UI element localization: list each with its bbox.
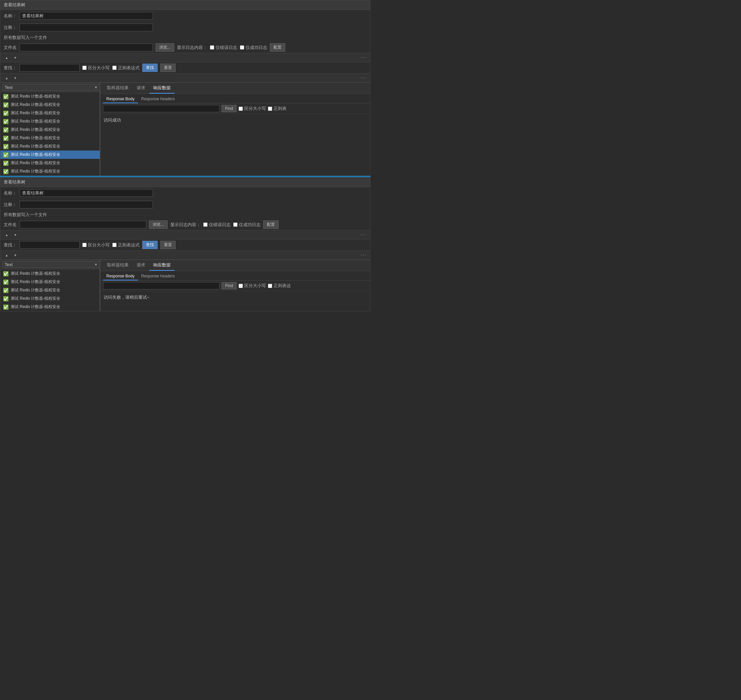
list-item[interactable]: ✅ 测试 Redis 计数器-线程安全 bbox=[0, 109, 100, 117]
tab-sampler-result[interactable]: 取样器结果 bbox=[103, 83, 133, 94]
bottom-tab-response-data[interactable]: 响应数据 bbox=[149, 260, 175, 271]
top-browse-button[interactable]: 浏览... bbox=[156, 43, 174, 51]
bottom-comment-input[interactable] bbox=[20, 201, 153, 209]
top-collapse-btn1[interactable]: ▲ bbox=[4, 55, 10, 60]
success-icon: ✅ bbox=[3, 144, 9, 149]
list-item[interactable]: ✅ 测试 Redis 计数器-线程安全 bbox=[0, 294, 100, 303]
bottom-reset-button[interactable]: 重置 bbox=[160, 241, 175, 249]
top-name-input[interactable] bbox=[20, 12, 153, 20]
top-main-tabs: 取样器结果 请求 响应数据 bbox=[100, 83, 370, 94]
top-find-case-label[interactable]: 区分大小写 bbox=[239, 106, 266, 112]
top-left-toolbar: Text XML HTML JSON ▼ bbox=[0, 83, 100, 92]
bottom-find-input[interactable] bbox=[103, 282, 220, 290]
top-expand-btn1[interactable]: ▼ bbox=[12, 55, 18, 60]
top-text-dropdown[interactable]: Text XML HTML JSON bbox=[2, 84, 100, 91]
top-response-text: 访问成功 bbox=[104, 118, 121, 122]
bottom-collapse-btn2[interactable]: ▲ bbox=[4, 253, 10, 258]
list-item[interactable]: ✅ 测试 Redis 计数器-线程安全 bbox=[0, 303, 100, 311]
bottom-tab-request[interactable]: 请求 bbox=[133, 260, 149, 271]
list-item[interactable]: ✅ 测试 Redis 计数器-线程安全 bbox=[0, 142, 100, 150]
list-item[interactable]: ✅ 测试 Redis 计数器-线程安全 bbox=[0, 134, 100, 142]
top-case-sensitive-checkbox[interactable] bbox=[82, 66, 87, 70]
top-log-display-label: 显示日志内容： bbox=[177, 45, 207, 51]
list-item[interactable]: ✅ 测试 Redis 计数器-线程安全 bbox=[0, 92, 100, 101]
top-regex-label[interactable]: 正则表达式 bbox=[112, 65, 140, 71]
top-find-button[interactable]: 查找 bbox=[142, 63, 158, 72]
list-item[interactable]: ✅ 测试 Redis 计数器-线程安全 bbox=[0, 117, 100, 125]
top-find-regex-label[interactable]: 正则表 bbox=[268, 106, 287, 112]
top-regex-checkbox[interactable] bbox=[112, 66, 116, 70]
top-find-inner-button[interactable]: Find bbox=[222, 105, 237, 112]
top-only-error-label[interactable]: 仅错误日志 bbox=[210, 45, 237, 51]
top-text-dropdown-wrap: Text XML HTML JSON ▼ bbox=[2, 84, 98, 91]
bottom-find-inner-button[interactable]: Find bbox=[222, 282, 237, 290]
top-find-row: Find 区分大小写 正则表 bbox=[100, 104, 370, 114]
bottom-browse-button[interactable]: 浏览... bbox=[149, 221, 168, 229]
bottom-find-case-label[interactable]: 区分大小写 bbox=[239, 283, 266, 289]
top-split-pane: Text XML HTML JSON ▼ ✅ 测试 Redis 计数器-线程安全… bbox=[0, 82, 370, 175]
bottom-name-input[interactable] bbox=[20, 189, 153, 197]
success-icon: ✅ bbox=[3, 110, 9, 116]
tab-response-data[interactable]: 响应数据 bbox=[149, 83, 175, 94]
top-find-input[interactable] bbox=[103, 105, 220, 112]
bottom-find-regex-checkbox[interactable] bbox=[268, 284, 272, 288]
bottom-find-button[interactable]: 查找 bbox=[142, 241, 158, 249]
list-item[interactable]: ✅ 测试 Redis 计数器-线程安全 bbox=[0, 125, 100, 134]
list-item-selected[interactable]: ✅ 测试 Redis 计数器-线程安全 bbox=[0, 150, 100, 159]
bottom-only-success-label[interactable]: 仅成功日志 bbox=[233, 222, 261, 228]
bottom-config-button[interactable]: 配置 bbox=[263, 221, 278, 229]
bottom-regex-label[interactable]: 正则表达式 bbox=[112, 242, 140, 248]
top-panel-title: 查看结果树 bbox=[4, 2, 25, 7]
bottom-find-case-checkbox[interactable] bbox=[239, 284, 243, 288]
top-case-sensitive-label[interactable]: 区分大小写 bbox=[82, 65, 110, 71]
list-item[interactable]: ✅ 测试 Redis 计数器-线程安全 bbox=[0, 167, 100, 175]
list-item[interactable]: ✅ 测试 Redis 计数器-线程安全 bbox=[0, 286, 100, 294]
bottom-tab-sampler-result[interactable]: 取样器结果 bbox=[103, 260, 133, 271]
top-search-input[interactable] bbox=[20, 64, 80, 72]
bottom-expand-btn1[interactable]: ▼ bbox=[12, 232, 18, 237]
bottom-toolbar-row2: ▲ ▼ ··· bbox=[0, 250, 370, 260]
bottom-text-dropdown-wrap: Text XML HTML JSON ▼ bbox=[2, 261, 98, 268]
top-response-tabs: Response Body Response headers bbox=[100, 94, 370, 104]
bottom-collapse-btn1[interactable]: ▲ bbox=[4, 232, 10, 237]
bottom-filename-input[interactable] bbox=[20, 221, 146, 228]
top-only-error-checkbox[interactable] bbox=[210, 45, 214, 50]
list-item[interactable]: ✅ 测试 Redis 计数器-线程安全 bbox=[0, 159, 100, 167]
bottom-search-input[interactable] bbox=[20, 241, 80, 249]
top-panel: 查看结果树 名称： 注释： 所有数据写入一个文件 文件名 浏览... 显示日志内… bbox=[0, 0, 370, 176]
top-filename-input[interactable] bbox=[20, 44, 153, 51]
bottom-write-section: 所有数据写入一个文件 bbox=[0, 210, 370, 219]
bottom-case-sensitive-checkbox[interactable] bbox=[82, 243, 87, 247]
bottom-only-error-label[interactable]: 仅错误日志 bbox=[203, 222, 231, 228]
response-body-tab[interactable]: Response Body bbox=[103, 95, 138, 103]
top-config-button[interactable]: 配置 bbox=[270, 43, 285, 51]
top-expand-btn2[interactable]: ▼ bbox=[12, 76, 18, 81]
bottom-response-body-tab[interactable]: Response Body bbox=[103, 272, 138, 280]
response-headers-tab[interactable]: Response headers bbox=[138, 95, 178, 103]
bottom-text-dropdown[interactable]: Text XML HTML JSON bbox=[2, 261, 100, 268]
bottom-response-headers-tab[interactable]: Response headers bbox=[138, 272, 178, 280]
success-icon: ✅ bbox=[3, 169, 9, 174]
success-icon: ✅ bbox=[3, 296, 9, 301]
bottom-regex-checkbox[interactable] bbox=[112, 243, 116, 247]
top-only-success-checkbox[interactable] bbox=[240, 45, 244, 50]
bottom-expand-btn2[interactable]: ▼ bbox=[12, 253, 18, 258]
top-find-case-checkbox[interactable] bbox=[239, 107, 243, 111]
top-only-success-label[interactable]: 仅成功日志 bbox=[240, 45, 267, 51]
top-search-label: 查找： bbox=[4, 65, 17, 71]
bottom-case-sensitive-label[interactable]: 区分大小写 bbox=[82, 242, 110, 248]
bottom-only-success-checkbox[interactable] bbox=[233, 222, 237, 227]
bottom-only-error-checkbox[interactable] bbox=[203, 222, 208, 227]
top-find-regex-checkbox[interactable] bbox=[268, 107, 272, 111]
list-item[interactable]: ✅ 测试 Redis 计数器-线程安全 bbox=[0, 101, 100, 109]
top-comment-input[interactable] bbox=[20, 24, 153, 31]
top-right-pane: 取样器结果 请求 响应数据 Response Body Response hea… bbox=[100, 83, 370, 175]
success-icon: ✅ bbox=[3, 271, 9, 276]
list-item[interactable]: ✅ 测试 Redis 计数器-线程安全 bbox=[0, 278, 100, 286]
tab-request[interactable]: 请求 bbox=[133, 83, 149, 94]
top-collapse-btn2[interactable]: ▲ bbox=[4, 76, 10, 81]
list-item[interactable]: ✅ 测试 Redis 计数器-线程安全 bbox=[0, 269, 100, 278]
bottom-response-body: 访问失败，请稍后重试~ bbox=[100, 291, 370, 311]
top-reset-button[interactable]: 重置 bbox=[160, 63, 175, 72]
bottom-find-regex-label[interactable]: 正则表达 bbox=[268, 283, 291, 289]
